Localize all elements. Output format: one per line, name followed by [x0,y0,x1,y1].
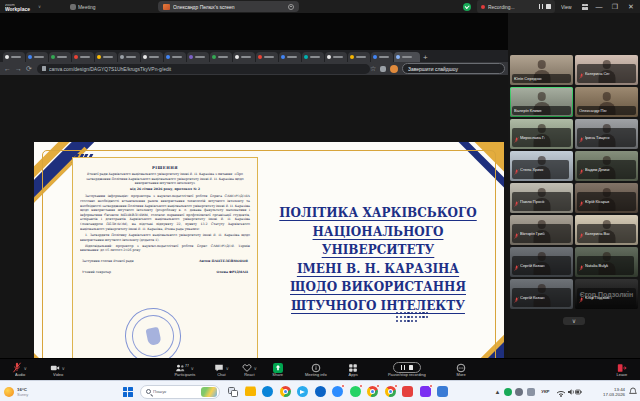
task-view-taskbar-icon[interactable] [226,385,239,398]
leave-button[interactable]: Leave [610,359,634,381]
participant-label: Юлія Середюкова [512,74,571,83]
weather-widget[interactable]: 16°C Sunny [4,382,40,401]
view-label: View [561,4,572,10]
close-button[interactable]: ✕ [626,3,636,11]
chrome-profile-2-glyph [385,386,396,397]
view-grid-icon [582,4,588,10]
tray-expand-icon[interactable]: ▲ [495,389,501,395]
browser-tab [394,52,420,62]
react-label: React [245,373,255,376]
browser-tab [371,52,393,62]
participants-button[interactable]: 77∨Participants [164,359,206,381]
participant-tile[interactable]: Катерина Сегеда [575,55,638,85]
meeting-icon [70,4,76,10]
illustrator-taskbar-icon[interactable] [419,385,432,398]
record-button[interactable]: Pause/stop recording [369,359,445,381]
stop-recording-icon[interactable] [546,4,551,9]
participant-tile[interactable]: Мирослава Горобенко Г-31 [510,119,573,149]
share-label: Share [272,373,283,376]
minimize-button[interactable]: — [594,3,604,10]
network-volume-battery-icons[interactable] [556,387,582,397]
participant-tile[interactable]: Катерина Вакуленко [575,215,638,245]
participant-tile[interactable]: Валерія Клименко [510,87,573,117]
clock[interactable]: 13:44 17.03.2026 [585,387,625,396]
system-tray: ▲ УКР 13:44 17.03.2026 [495,381,638,401]
participant-tile[interactable]: Natalia Bulyk [575,247,638,277]
chat-button[interactable]: ∨Chat [210,359,234,381]
browser-tab [164,52,186,62]
stop-icon[interactable] [409,365,414,370]
tab-title-placeholder [310,56,320,58]
headset-icon[interactable] [515,388,523,396]
people-icon: 77∨ [175,362,194,373]
onedrive-taskbar-icon[interactable] [314,385,327,398]
chrome-profile-2-taskbar-icon[interactable] [384,385,397,398]
participant-tile[interactable]: Олександр Пелюх [575,87,638,117]
language-indicator[interactable]: УКР [542,389,550,394]
tab-favicon [304,55,308,59]
participant-tile[interactable]: Сергій Козаков ГЗ-21 [510,279,573,309]
participant-tile[interactable]: Єгор ПодзолкінЄгор Подзолкін [575,279,638,309]
whatsapp-taskbar-icon[interactable] [349,385,362,398]
participant-name: Мирослава Горобенко Г-31 [520,136,545,140]
view-button[interactable]: View [561,2,588,12]
remote-browser-addressbar: ← → ⟳ canva.com/design/DAGYQ7S1UhE/krugs… [0,62,508,75]
participant-tile[interactable]: Вадим Демченко ГЗ-31 [575,151,638,181]
tab-title-placeholder [103,56,113,58]
participant-tile[interactable]: Вікторія Грибалова [510,215,573,245]
antivirus-icon[interactable] [504,388,512,396]
photos-taskbar-icon[interactable] [436,385,449,398]
security-shield-icon[interactable] [463,3,471,11]
audio-button[interactable]: ∨Audio [8,359,32,381]
mic-muted-icon [514,161,519,179]
signature-row: Учений секретар Олена ФРІДМАН [80,269,250,274]
browser-tab [187,52,209,62]
tab-favicon [212,55,216,59]
participant-tile[interactable]: Юлія Середюкова [510,55,573,85]
share-button[interactable]: Share [266,359,290,381]
maximize-button[interactable]: ❐ [610,3,620,11]
zoom-meeting-window: zoom Workplace ∨ Meeting Олександр Пелюх… [0,0,640,401]
telegram-taskbar-icon[interactable] [296,385,309,398]
browser-tab [256,52,278,62]
zoom-taskbar-icon[interactable] [331,385,344,398]
meeting-tab-label: Meeting [78,4,96,10]
participant-tile[interactable]: Стела Хрико [510,151,573,181]
apps-button[interactable]: Apps [341,359,365,381]
pause-recording-icon[interactable] [539,4,543,9]
tab-meeting[interactable]: Meeting [70,2,110,12]
meeting-info-button[interactable]: Meeting info [294,359,338,381]
recording-dot-icon [481,5,485,9]
pause-stop-recording-controls[interactable] [393,362,421,373]
react-button[interactable]: ∨React [238,359,262,381]
new-tab-icon: + [423,54,428,62]
notifications-bell-icon[interactable] [629,387,637,396]
participant-tile[interactable]: Павло Пронін ГН-41 [510,183,573,213]
participant-tile[interactable]: Ірина Тищенко [575,119,638,149]
chrome-taskbar-icon[interactable] [279,385,292,398]
search-box[interactable]: Пошук [140,385,220,399]
premiere-taskbar-icon[interactable] [401,385,414,398]
mic-muted-icon [579,193,584,211]
mail-icon[interactable] [527,388,535,396]
edge-taskbar-icon[interactable] [261,385,274,398]
participant-tile[interactable]: Сергій Козаков ГЗ-21 [510,247,573,277]
tab-favicon [281,55,285,59]
shared-screen-video: + ← → ⟳ canva.com/design/DAGYQ7S1UhE/kru… [0,13,508,358]
tab-options-icon[interactable] [288,4,294,10]
tab-title-placeholder [241,56,251,58]
participant-tile[interactable]: Юрій Кісарєв [575,183,638,213]
more-button[interactable]: More [449,359,473,381]
video-button[interactable]: ∨Video [46,359,70,381]
shared-screen-tab-label: Олександр Пелюх's screen [173,4,234,10]
more-participants-button[interactable]: ∨ [563,317,585,325]
tab-favicon [166,55,170,59]
chrome-profile-taskbar-icon[interactable] [366,385,379,398]
workspace-chevron-icon[interactable]: ∨ [38,4,41,9]
file-explorer-taskbar-icon[interactable] [244,385,257,398]
tab-shared-screen[interactable]: Олександр Пелюх's screen [158,1,299,12]
start-button[interactable] [121,385,134,398]
pause-icon[interactable] [401,365,405,370]
tab-favicon [143,55,147,59]
forward-icon: → [15,65,22,72]
